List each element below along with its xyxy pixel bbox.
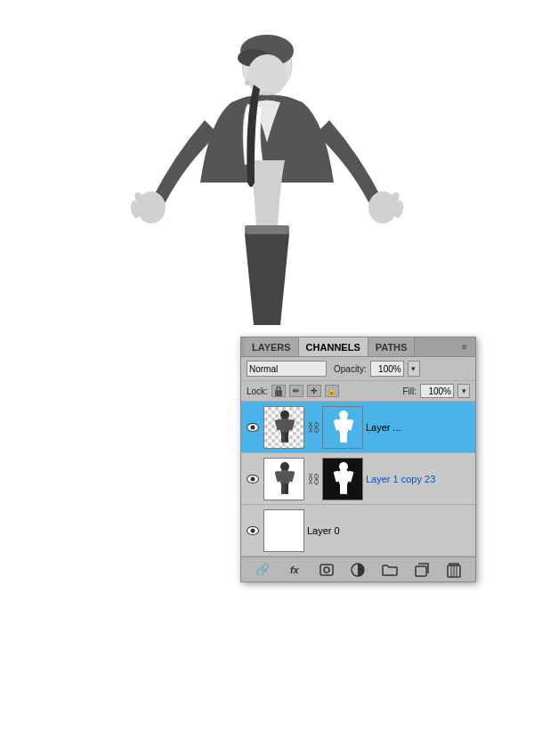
svg-rect-35: [339, 470, 348, 484]
mask-button[interactable]: [317, 561, 336, 579]
svg-point-41: [324, 567, 329, 573]
svg-point-14: [245, 80, 250, 85]
svg-point-28: [280, 462, 289, 471]
visibility-toggle-copy[interactable]: [245, 471, 261, 487]
eye-icon-1: [247, 423, 259, 432]
bottom-toolbar: 🔗 fx: [241, 557, 475, 581]
fill-arrow[interactable]: ▾: [457, 384, 470, 398]
visibility-toggle-0[interactable]: [245, 523, 261, 539]
eye-icon-0: [247, 526, 259, 535]
svg-rect-21: [285, 432, 288, 443]
svg-rect-40: [320, 565, 333, 575]
svg-rect-33: [285, 484, 288, 494]
adjustment-button[interactable]: [348, 561, 368, 579]
layer-name-1: Layer ...: [366, 422, 472, 433]
lock-transparent-icon[interactable]: [271, 385, 286, 397]
tab-channels[interactable]: CHANNELS: [299, 337, 368, 356]
opacity-label: Opacity:: [334, 364, 367, 374]
photo-area: [0, 0, 534, 383]
layer-row-1[interactable]: ⛓ Layer ...: [241, 402, 475, 453]
fill-input[interactable]: [420, 384, 454, 398]
svg-rect-20: [281, 432, 285, 443]
thumb-layer0: [263, 509, 304, 552]
fx-button[interactable]: fx: [285, 561, 304, 579]
ps-panel: LAYERS CHANNELS PATHS ≡ Normal Multiply …: [240, 337, 476, 582]
svg-rect-23: [339, 419, 348, 433]
controls-row: Normal Multiply Screen Opacity: ▾: [241, 357, 475, 381]
svg-rect-43: [416, 566, 426, 576]
svg-rect-17: [280, 419, 289, 433]
svg-point-34: [339, 462, 348, 471]
svg-rect-27: [344, 432, 347, 443]
folder-button[interactable]: [380, 561, 400, 579]
visibility-toggle-1[interactable]: [245, 419, 261, 435]
blend-mode-wrapper: Normal Multiply Screen: [247, 361, 327, 377]
opacity-arrow[interactable]: ▾: [408, 361, 420, 377]
thumb-copy-main: [263, 458, 304, 500]
thumb-copy-mask: [322, 458, 363, 500]
lock-row: Lock: ✏ ✛ 🔒 Fill: ▾: [241, 381, 475, 402]
svg-rect-26: [340, 432, 344, 443]
layers-list: ⛓ Layer ...: [241, 402, 475, 557]
layer-name-copy: Layer 1 copy 23: [366, 474, 472, 484]
svg-rect-39: [344, 484, 347, 494]
tab-bar: LAYERS CHANNELS PATHS ≡: [241, 337, 475, 357]
chain-icon-1: ⛓: [307, 420, 320, 435]
delete-button[interactable]: [444, 561, 464, 579]
tab-paths[interactable]: PATHS: [368, 337, 416, 356]
layer-row-copy[interactable]: ⛓ Layer 1 copy 23: [241, 453, 475, 505]
svg-rect-38: [340, 484, 344, 494]
svg-rect-29: [280, 470, 289, 484]
blend-mode-select[interactable]: Normal Multiply Screen: [247, 361, 327, 377]
tab-layers[interactable]: LAYERS: [245, 337, 299, 356]
svg-rect-15: [275, 390, 282, 396]
lock-image-icon[interactable]: ✏: [289, 385, 303, 397]
svg-point-22: [339, 411, 348, 419]
layer-name-0: Layer 0: [307, 525, 472, 536]
opacity-input[interactable]: [370, 361, 404, 377]
chain-icon-copy: ⛓: [307, 472, 320, 486]
lock-position-icon[interactable]: ✛: [307, 385, 321, 397]
fill-label: Fill:: [402, 386, 417, 396]
panel-menu-button[interactable]: ≡: [457, 340, 472, 354]
layer-row-0[interactable]: Layer 0: [241, 505, 475, 557]
figure-svg: [116, 4, 418, 378]
lock-all-icon[interactable]: 🔒: [325, 385, 339, 397]
new-layer-button[interactable]: [412, 561, 432, 579]
svg-rect-32: [281, 484, 285, 494]
link-button[interactable]: 🔗: [253, 561, 272, 579]
thumb-layer1-mask: [322, 406, 363, 449]
svg-point-16: [280, 411, 289, 419]
thumb-layer1-main: [263, 406, 304, 449]
eye-icon-copy: [247, 475, 259, 484]
lock-label: Lock:: [247, 386, 268, 396]
